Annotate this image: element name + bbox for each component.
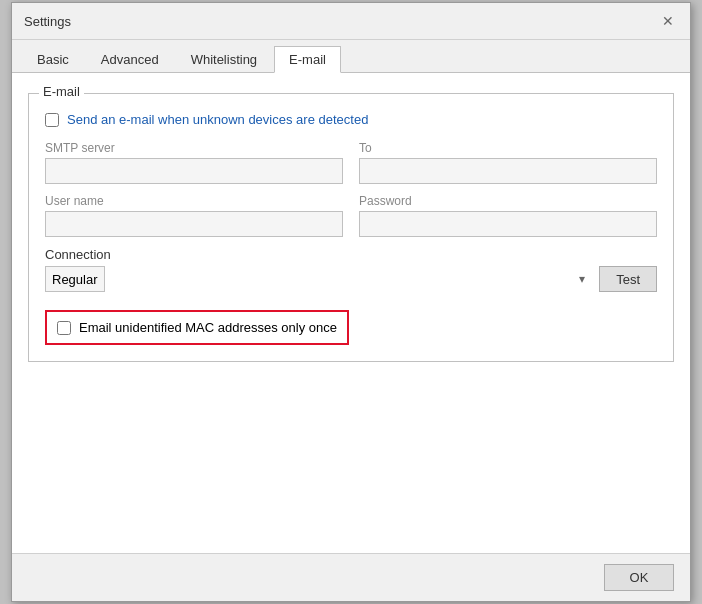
connection-select[interactable]: Regular — [45, 266, 105, 292]
smtp-col: SMTP server — [45, 141, 343, 184]
username-col: User name — [45, 194, 343, 237]
send-email-label[interactable]: Send an e-mail when unknown devices are … — [67, 112, 368, 127]
send-email-row: Send an e-mail when unknown devices are … — [45, 112, 657, 127]
connection-select-wrapper: Regular — [45, 266, 591, 292]
send-email-checkbox[interactable] — [45, 113, 59, 127]
email-group-label: E-mail — [39, 84, 84, 99]
smtp-input[interactable] — [45, 158, 343, 184]
tab-advanced[interactable]: Advanced — [86, 46, 174, 72]
mac-checkbox-row: Email unidentified MAC addresses only on… — [57, 320, 337, 335]
email-group: E-mail Send an e-mail when unknown devic… — [28, 93, 674, 362]
to-col: To — [359, 141, 657, 184]
to-input[interactable] — [359, 158, 657, 184]
mac-address-checkbox[interactable] — [57, 321, 71, 335]
tab-content: E-mail Send an e-mail when unknown devic… — [12, 73, 690, 553]
mac-checkbox-label: Email unidentified MAC addresses only on… — [79, 320, 337, 335]
password-col: Password — [359, 194, 657, 237]
ok-button[interactable]: OK — [604, 564, 674, 591]
connection-row: Connection Regular Test — [45, 247, 657, 292]
username-label: User name — [45, 194, 343, 208]
test-button[interactable]: Test — [599, 266, 657, 292]
tab-whitelisting[interactable]: Whitelisting — [176, 46, 272, 72]
to-label: To — [359, 141, 657, 155]
tab-basic[interactable]: Basic — [22, 46, 84, 72]
connection-label: Connection — [45, 247, 657, 262]
settings-window: Settings ✕ Basic Advanced Whitelisting E… — [11, 2, 691, 602]
smtp-label: SMTP server — [45, 141, 343, 155]
password-input[interactable] — [359, 211, 657, 237]
close-button[interactable]: ✕ — [658, 11, 678, 31]
connection-controls: Regular Test — [45, 266, 657, 292]
username-input[interactable] — [45, 211, 343, 237]
username-password-row: User name Password — [45, 194, 657, 237]
password-label: Password — [359, 194, 657, 208]
mac-checkbox-highlight: Email unidentified MAC addresses only on… — [45, 310, 349, 345]
window-title: Settings — [24, 14, 71, 29]
tab-bar: Basic Advanced Whitelisting E-mail — [12, 40, 690, 73]
title-bar: Settings ✕ — [12, 3, 690, 40]
smtp-to-row: SMTP server To — [45, 141, 657, 184]
tab-email[interactable]: E-mail — [274, 46, 341, 73]
bottom-bar: OK — [12, 553, 690, 601]
